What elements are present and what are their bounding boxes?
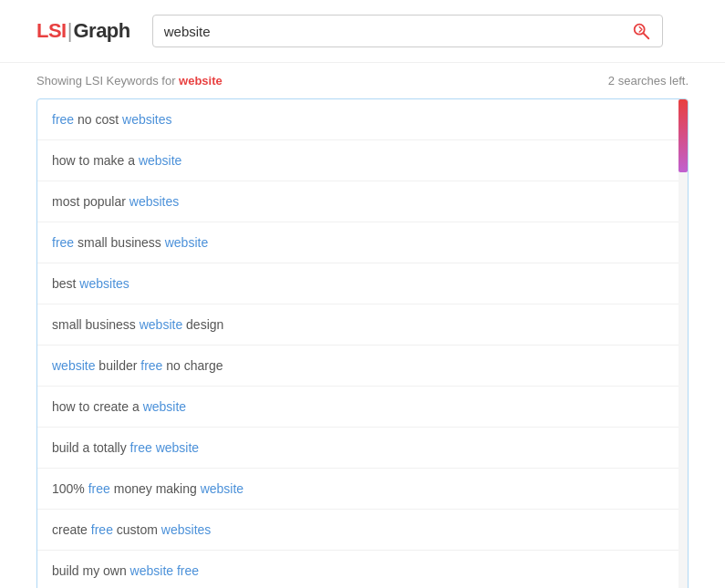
- list-item[interactable]: 100% free money making website: [37, 469, 678, 510]
- keyword-highlight: website: [140, 317, 182, 332]
- keyword-text: how to make a: [52, 153, 139, 168]
- keyword-text: custom: [113, 522, 161, 537]
- results-container: free no cost websiteshow to make a websi…: [36, 98, 689, 588]
- logo-graph: Graph: [73, 19, 129, 43]
- showing-label: Showing LSI Keywords for website: [36, 74, 223, 88]
- keyword-highlight: website: [130, 563, 173, 578]
- keyword-highlight: free: [91, 522, 113, 537]
- keyword-text: design: [182, 317, 223, 332]
- keyword-text: builder: [95, 358, 140, 373]
- keyword-text: no cost: [74, 112, 122, 127]
- list-item[interactable]: best websites: [37, 263, 678, 304]
- keyword-highlight: free: [52, 235, 74, 250]
- showing-prefix: Showing LSI Keywords for: [36, 74, 179, 88]
- keyword-highlight: free: [52, 112, 74, 127]
- keyword-highlight: free: [140, 358, 162, 373]
- keyword-highlight: websites: [161, 522, 211, 537]
- list-item[interactable]: create free custom websites: [37, 510, 678, 551]
- search-button[interactable]: [631, 21, 651, 41]
- keyword-highlight: website: [201, 481, 243, 496]
- keyword-text: small business: [52, 317, 140, 332]
- keyword-text: build my own: [52, 563, 130, 578]
- keyword-highlight: free: [88, 481, 110, 496]
- svg-point-0: [634, 25, 644, 35]
- keyword-highlight: website: [156, 440, 199, 455]
- keyword-highlight: websites: [79, 276, 129, 291]
- search-box: [152, 15, 663, 47]
- list-item[interactable]: free no cost websites: [37, 99, 678, 140]
- keyword-highlight: website: [165, 235, 208, 250]
- keyword-text: most popular: [52, 194, 129, 209]
- scrollbar-thumb[interactable]: [678, 99, 688, 172]
- list-item[interactable]: small business website design: [37, 304, 678, 346]
- keyword-highlight: website: [143, 399, 186, 414]
- keyword-highlight: free: [177, 563, 199, 578]
- search-input[interactable]: [164, 24, 631, 39]
- keyword-text: no charge: [162, 358, 223, 373]
- list-item[interactable]: build my own website free: [37, 551, 678, 588]
- header: LSI | Graph: [0, 0, 725, 63]
- logo: LSI | Graph: [36, 19, 130, 43]
- keyword-text: 100%: [52, 481, 88, 496]
- list-item[interactable]: how to make a website: [37, 140, 678, 181]
- logo-lsi: LSI: [36, 19, 67, 43]
- scrollbar-track[interactable]: [678, 99, 688, 588]
- searches-left-label: 2 searches left.: [608, 74, 689, 88]
- keyword-text: build a totally: [52, 440, 130, 455]
- keyword-text: best: [52, 276, 79, 291]
- keyword-highlight: websites: [122, 112, 171, 127]
- keyword-highlight: websites: [129, 194, 179, 209]
- search-keyword: website: [179, 74, 223, 88]
- keyword-highlight: website: [139, 153, 181, 168]
- keyword-text: create: [52, 522, 91, 537]
- keyword-text: small business: [74, 235, 165, 250]
- list-item[interactable]: most popular websites: [37, 181, 678, 222]
- keyword-list: free no cost websiteshow to make a websi…: [37, 99, 688, 588]
- list-item[interactable]: build a totally free website: [37, 428, 678, 469]
- list-item[interactable]: website builder free no charge: [37, 346, 678, 387]
- subheader: Showing LSI Keywords for website 2 searc…: [0, 63, 725, 98]
- submit-icon: [631, 21, 651, 41]
- logo-separator: |: [67, 19, 73, 43]
- keyword-highlight: website: [52, 358, 95, 373]
- list-item[interactable]: how to create a website: [37, 387, 678, 428]
- list-item[interactable]: free small business website: [37, 222, 678, 263]
- keyword-text: money making: [110, 481, 201, 496]
- keyword-text: how to create a: [52, 399, 143, 414]
- keyword-highlight: free: [130, 440, 152, 455]
